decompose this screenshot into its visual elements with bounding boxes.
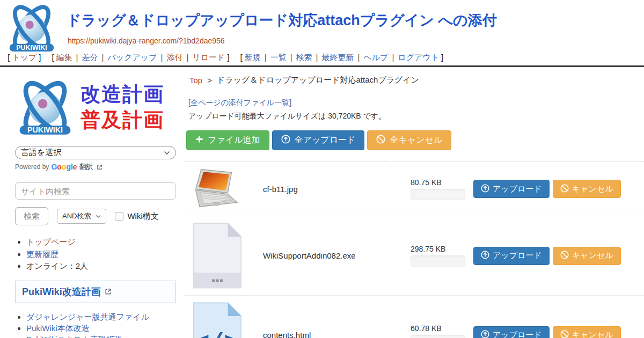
list-item[interactable]: 更新履歴 <box>26 248 185 261</box>
breadcrumb-separator: > <box>207 76 212 85</box>
nav-item-recent[interactable]: 最終更新 <box>321 53 354 62</box>
list-item: オンライン：2人 <box>26 260 185 273</box>
upload-file-list: cf-b11.jpg 80.75 KB アップロード <box>185 161 644 338</box>
breadcrumb: Top > ドラッグ＆ドロップアップロード対応attachプラグイン <box>189 75 644 85</box>
ban-icon <box>376 135 385 146</box>
ban-icon <box>560 184 569 194</box>
max-filesize-note: アップロード可能最大ファイルサイズは 30,720KB です。 <box>188 112 644 121</box>
sidebar-link-update-history[interactable]: 更新履歴 <box>26 249 58 259</box>
list-item[interactable]: トップページ <box>26 236 185 248</box>
file-thumbnail <box>191 222 244 289</box>
sidebar-link-text-ext[interactable]: PukiWikiテキスト表現拡張 <box>26 335 122 338</box>
list-item[interactable]: PukiWikiテキスト表現拡張 <box>26 334 182 338</box>
nav-item-backup[interactable]: バックアップ <box>107 53 157 62</box>
page-header: PUKIWIKI ドラッグ＆ドロップアップロード対応attachプラグイン への… <box>0 0 644 68</box>
cancel-button[interactable]: キャンセル <box>553 247 621 265</box>
chevron-down-icon <box>96 215 101 218</box>
search-button[interactable]: 検索 <box>15 207 48 225</box>
list-item[interactable]: ダジャレンジャー版共通ファイル <box>26 311 182 322</box>
pukiwiki-atom-icon: PUKIWIKI <box>15 79 75 136</box>
sidebar-link-core-mod[interactable]: PukiWiki本体改造 <box>26 324 90 333</box>
upload-circle-icon <box>481 330 489 338</box>
nav-separator: | <box>76 53 78 62</box>
upload-button[interactable]: アップロード <box>473 326 550 338</box>
top-nav: [トップ][編集|差分|バックアップ|添付|リロード][新規|一覧|検索|最終更… <box>5 53 445 63</box>
nav-item-new[interactable]: 新規 <box>245 53 261 62</box>
site-search-input[interactable] <box>15 182 176 200</box>
bracket: ] <box>39 53 41 62</box>
translate-label[interactable]: 翻訳 <box>79 162 93 172</box>
file-row: cf-b11.jpg 80.75 KB アップロード <box>185 162 644 216</box>
nav-item-diff[interactable]: 差分 <box>82 53 98 62</box>
breadcrumb-top-link[interactable]: Top <box>189 76 202 85</box>
sidebar-logo[interactable]: PUKIWIKI 改造計画 普及計画 <box>15 74 185 141</box>
nav-item-attach[interactable]: 添付 <box>166 53 182 62</box>
slogan-line2: 普及計画 <box>80 107 164 133</box>
nav-item-edit[interactable]: 編集 <box>56 53 72 62</box>
google-translate-attribution: Powered by Google 翻訳 <box>15 162 185 172</box>
external-link-icon <box>97 164 103 170</box>
logo-wordmark: PUKIWIKI <box>16 44 47 52</box>
chevron-down-icon <box>164 151 170 155</box>
plus-icon <box>195 135 203 145</box>
upload-button[interactable]: アップロード <box>473 247 550 265</box>
external-link-icon <box>105 288 112 295</box>
nav-item-search[interactable]: 検索 <box>296 53 312 62</box>
plugin-links-list: ダジャレンジャー版共通ファイル PukiWiki本体改造 PukiWikiテキス… <box>15 311 185 338</box>
sidebar-section-pukiwiki-kaizou[interactable]: PukiWiki改造計画 <box>15 281 176 303</box>
bracket: [ <box>240 53 243 62</box>
upload-button[interactable]: アップロード <box>473 180 550 198</box>
nav-separator: | <box>392 53 394 62</box>
sidebar: PUKIWIKI 改造計画 普及計画 言語を選択 Powered by Goog… <box>0 68 185 338</box>
cancel-button[interactable]: キャンセル <box>553 180 621 198</box>
nav-separator: | <box>265 53 267 62</box>
file-thumbnail <box>191 168 244 210</box>
wiki-syntax-checkbox[interactable] <box>115 212 123 221</box>
file-name: cf-b11.jpg <box>263 185 411 194</box>
upload-all-button[interactable]: 全アップロード <box>272 130 365 150</box>
search-controls: 検索 AND検索 Wiki構文 <box>15 207 185 225</box>
nav-item-logout[interactable]: ログアウト <box>398 53 439 62</box>
quick-links-list: トップページ 更新履歴 オンライン：2人 <box>15 236 185 273</box>
language-select[interactable]: 言語を選択 <box>15 146 176 159</box>
file-size: 60.78 KB <box>411 324 465 333</box>
wiki-syntax-label: Wiki構文 <box>127 211 158 222</box>
cancel-all-button[interactable]: 全キャンセル <box>367 130 451 150</box>
search-mode-select[interactable]: AND検索 <box>57 209 106 224</box>
code-file-icon: </> <box>191 302 244 338</box>
nav-separator: | <box>316 53 318 62</box>
header-divider <box>0 65 644 67</box>
nav-item-reload[interactable]: リロード <box>192 53 225 62</box>
slogan-line1: 改造計画 <box>80 82 164 107</box>
list-item[interactable]: PukiWiki本体改造 <box>26 322 182 334</box>
upload-circle-icon <box>481 184 489 194</box>
nav-separator: | <box>290 53 292 62</box>
bracket: [ <box>52 53 54 62</box>
nav-item-help[interactable]: ヘルプ <box>363 53 388 62</box>
nav-item-list[interactable]: 一覧 <box>270 53 287 62</box>
cancel-button[interactable]: キャンセル <box>553 326 621 338</box>
generic-file-icon <box>191 222 244 289</box>
ban-icon <box>560 330 569 338</box>
all-attachments-link[interactable]: [全ページの添付ファイル一覧] <box>188 98 291 108</box>
sidebar-link-top-page[interactable]: トップページ <box>26 237 76 246</box>
laptop-thumbnail <box>193 168 242 210</box>
nav-separator: | <box>101 53 104 62</box>
svg-text:</>: </> <box>195 329 238 338</box>
nav-item-top[interactable]: トップ <box>12 53 36 62</box>
upload-progress-bar <box>411 335 465 338</box>
sidebar-link-common-files[interactable]: ダジャレンジャー版共通ファイル <box>26 312 149 321</box>
pukiwiki-logo[interactable]: PUKIWIKI <box>5 3 58 53</box>
main-content: Top > ドラッグ＆ドロップアップロード対応attachプラグイン [全ページ… <box>185 68 644 338</box>
file-thumbnail: </> <box>191 302 244 338</box>
section-title: PukiWiki改造計画 <box>22 285 101 298</box>
online-count: オンライン：2人 <box>26 261 88 270</box>
breadcrumb-current-page: ドラッグ＆ドロップアップロード対応attachプラグイン <box>217 75 419 85</box>
upload-circle-icon <box>281 135 290 146</box>
upload-toolbar: ファイル追加 全アップロード 全キャンセル <box>186 130 644 150</box>
page-url-link[interactable]: https://pukiwiki.dajya-ranger.com/?1bd2d… <box>68 36 225 45</box>
add-file-button[interactable]: ファイル追加 <box>186 130 269 150</box>
nav-separator: | <box>161 53 163 62</box>
ban-icon <box>560 251 569 261</box>
file-name: WikiSupportAddin082.exe <box>263 251 411 260</box>
